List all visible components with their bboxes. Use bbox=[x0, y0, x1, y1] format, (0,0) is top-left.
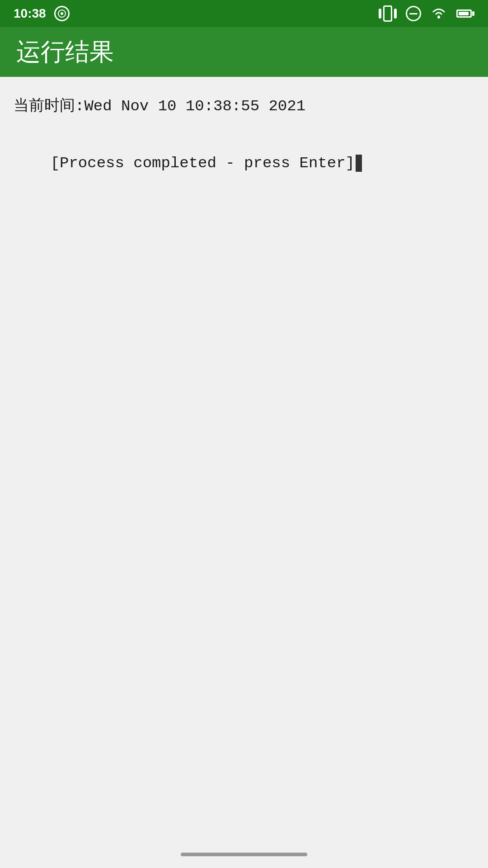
svg-point-1 bbox=[61, 12, 63, 15]
status-bar-left: 10:38 bbox=[14, 6, 70, 21]
status-bar: 10:38 bbox=[0, 0, 488, 27]
svg-point-2 bbox=[437, 16, 440, 19]
status-time: 10:38 bbox=[14, 6, 46, 21]
datetime-line: 当前时间:Wed Nov 10 10:38:55 2021 bbox=[14, 95, 474, 118]
process-completed-line: [Process completed - press Enter] bbox=[14, 129, 474, 198]
cursor-icon bbox=[356, 155, 362, 172]
wifi-icon bbox=[430, 6, 447, 21]
app-icon bbox=[54, 6, 70, 21]
bottom-nav bbox=[0, 841, 488, 868]
bottom-bar-indicator bbox=[181, 853, 307, 856]
dnd-icon bbox=[406, 6, 421, 21]
app-title: 运行结果 bbox=[16, 36, 114, 69]
app-bar: 运行结果 bbox=[0, 27, 488, 77]
status-bar-right bbox=[379, 5, 474, 22]
content-area[interactable]: 当前时间:Wed Nov 10 10:38:55 2021 [Process c… bbox=[0, 77, 488, 198]
vibrate-icon bbox=[379, 5, 397, 22]
battery-icon bbox=[456, 9, 474, 18]
